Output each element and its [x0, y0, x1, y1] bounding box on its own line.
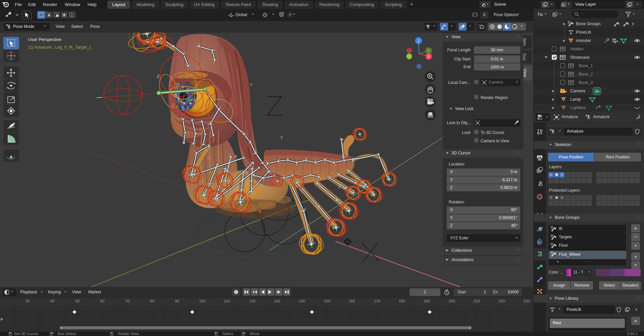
- svg-text:X: X: [207, 156, 210, 160]
- svg-text:Z: Z: [338, 185, 340, 189]
- svg-text:User Perspective: User Perspective: [28, 37, 61, 42]
- svg-text:Y: Y: [428, 49, 430, 53]
- svg-text:X: X: [428, 55, 430, 58]
- svg-text:Y: Y: [304, 208, 306, 211]
- svg-text:X: X: [235, 155, 237, 158]
- svg-text:Y: Y: [280, 136, 283, 140]
- svg-text:Y: Y: [250, 83, 253, 87]
- svg-text:Z: Z: [172, 103, 174, 108]
- svg-text:(1) Armature : Leg_0_IK_Target: (1) Armature : Leg_0_IK_Target_L: [28, 45, 92, 50]
- svg-text:Z: Z: [418, 39, 420, 43]
- svg-text:Z: Z: [157, 74, 160, 79]
